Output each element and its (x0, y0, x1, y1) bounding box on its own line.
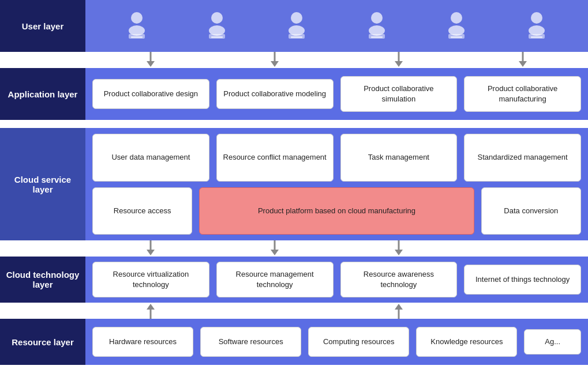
svg-rect-3 (131, 36, 143, 38)
application-layer-row: Application layer Product collaborative … (0, 68, 588, 120)
user-svg-3 (283, 11, 310, 41)
svg-rect-15 (371, 36, 383, 38)
user-icon-2 (177, 11, 257, 41)
user-svg-2 (203, 11, 231, 41)
svg-marker-37 (395, 250, 403, 255)
resource-layer-content: Hardware resources Software resources Co… (85, 319, 588, 365)
svg-marker-41 (395, 304, 403, 310)
arrow-row-1 (0, 52, 588, 68)
svg-rect-23 (531, 36, 542, 38)
application-layer-label: Application layer (0, 68, 85, 120)
arrow-down-5 (144, 240, 157, 257)
arrow-content-1 (85, 52, 588, 68)
svg-point-8 (291, 12, 302, 24)
resource-layer-row: Resource layer Hardware resources Softwa… (0, 319, 588, 365)
gap-spacer-1 (0, 120, 85, 128)
svg-marker-27 (271, 61, 279, 67)
svg-marker-31 (519, 61, 527, 67)
gap-1 (0, 120, 588, 128)
application-layer-content: Product collaborative design Product col… (85, 68, 588, 120)
svg-marker-35 (271, 250, 279, 255)
arrow-cell-10 (216, 302, 334, 319)
arrow-content-3 (85, 303, 588, 319)
cloud-card-3: Task management (340, 134, 458, 182)
res-card-3: Computing resources (308, 327, 409, 357)
svg-rect-11 (291, 36, 302, 38)
arrow-cell-9 (92, 302, 209, 319)
cloud-service-layer-content: User data management Resource conflict m… (85, 128, 588, 240)
cloud-card-platform: Product platform based on cloud manufact… (199, 187, 474, 235)
arrow-down-3 (392, 52, 405, 68)
arrow-spacer-2 (0, 240, 85, 257)
tech-card-3: Resource awareness technology (340, 262, 458, 297)
cloud-tech-layer-row: Cloud technology layer Resource virtuali… (0, 257, 588, 303)
arrow-cell-4 (464, 51, 581, 69)
tech-card-2: Resource management technology (216, 262, 334, 297)
cloud-tech-layer-label: Cloud technology layer (0, 257, 85, 303)
user-svg-5 (443, 11, 470, 41)
arrow-spacer-3 (0, 303, 85, 319)
res-card-1: Hardware resources (92, 327, 193, 357)
cloud-service-row2: Resource access Product platform based o… (92, 187, 581, 235)
svg-point-4 (211, 12, 223, 24)
arrow-content-2 (85, 240, 588, 257)
arrow-up-2 (392, 303, 405, 319)
tech-card-1: Resource virtualization technology (92, 262, 209, 297)
cloud-card-conversion: Data conversion (481, 187, 581, 235)
arrow-cell-12 (464, 302, 581, 319)
res-card-5: Ag... (524, 329, 581, 355)
user-icon-4 (337, 11, 417, 41)
cloud-tech-layer-content: Resource virtualization technology Resou… (85, 257, 588, 303)
app-card-4: Product collaborative manufacturing (464, 76, 581, 112)
arrow-down-1 (144, 52, 157, 68)
resource-layer-label: Resource layer (0, 319, 85, 365)
arrow-down-2 (268, 52, 281, 68)
cloud-service-layer-label: Cloud service layer (0, 128, 85, 240)
arrow-cell-5 (92, 240, 209, 257)
svg-marker-29 (395, 61, 403, 67)
svg-point-20 (531, 12, 542, 24)
cloud-card-4: Standardized management (464, 134, 581, 182)
gap-content-1 (85, 120, 588, 128)
cloud-card-1: User data management (92, 134, 209, 182)
app-card-3: Product collaborative simulation (340, 76, 458, 112)
user-layer-label: User layer (0, 0, 85, 52)
res-card-4: Knowledge resources (416, 327, 517, 357)
user-svg-6 (523, 11, 550, 41)
cloud-service-layer-row: Cloud service layer User data management… (0, 128, 588, 240)
arrow-spacer-1 (0, 52, 85, 68)
user-icon-6 (497, 11, 577, 41)
cloud-service-row1: User data management Resource conflict m… (92, 134, 581, 182)
cloud-tech-label-text: Cloud technology layer (5, 270, 81, 289)
architecture-diagram: User layer (0, 0, 588, 377)
arrow-cell-3 (340, 51, 458, 69)
arrow-cell-8 (464, 240, 581, 257)
user-icon-5 (417, 11, 497, 41)
arrow-row-2 (0, 240, 588, 257)
user-svg-4 (363, 11, 391, 41)
user-icon-1 (97, 11, 177, 41)
res-card-2: Software resources (200, 327, 301, 357)
arrow-row-3 (0, 303, 588, 319)
user-layer-row: User layer (0, 0, 588, 52)
svg-marker-39 (147, 304, 155, 310)
arrow-up-1 (144, 303, 157, 319)
arrow-down-7 (392, 240, 405, 257)
svg-point-16 (451, 12, 462, 24)
svg-point-12 (371, 12, 383, 24)
cloud-card-access: Resource access (92, 187, 192, 235)
svg-marker-25 (147, 61, 155, 67)
arrow-cell-6 (216, 240, 334, 257)
user-icon-3 (257, 11, 337, 41)
svg-marker-33 (147, 250, 155, 255)
arrow-cell-7 (340, 240, 458, 257)
arrow-cell-11 (340, 302, 458, 319)
svg-rect-19 (451, 36, 462, 38)
user-layer-content (85, 0, 588, 52)
arrow-cell-1 (92, 51, 209, 69)
tech-card-4: Internet of things technology (464, 265, 581, 295)
svg-rect-7 (211, 36, 223, 38)
app-card-2: Product collaborative modeling (216, 79, 334, 109)
user-svg-1 (123, 11, 151, 41)
arrow-down-6 (268, 240, 281, 257)
